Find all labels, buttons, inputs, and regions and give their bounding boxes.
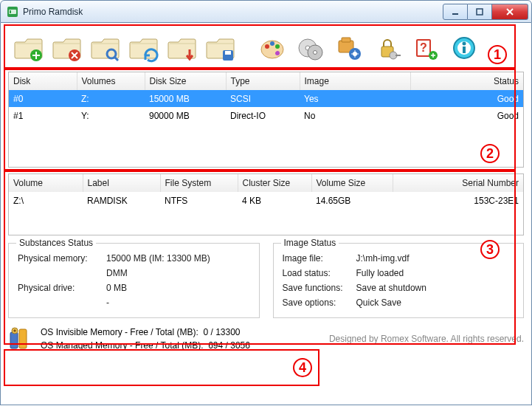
table-cell: 90000 MB xyxy=(145,107,226,124)
phys-drive-value: 0 MB xyxy=(106,283,127,293)
column-header[interactable]: Cluster Size xyxy=(238,174,311,192)
invisible-mem-label: OS Invisible Memory - Free / Total (MB): xyxy=(41,327,198,337)
column-header[interactable]: Disk xyxy=(9,72,77,90)
status-groups: Substances Status Physical memory:15000 … xyxy=(8,243,524,318)
table-cell: 15000 MB xyxy=(145,90,226,107)
table-cell: 4 KB xyxy=(238,192,311,209)
table-cell: NTFS xyxy=(160,192,238,209)
table-cell: Good xyxy=(410,90,523,107)
save-opt-label: Save options: xyxy=(283,297,356,308)
load-status-value: Fully loaded xyxy=(356,268,404,278)
about-button[interactable] xyxy=(449,33,479,63)
table-cell: Y: xyxy=(77,107,145,124)
table-cell: No xyxy=(300,107,410,124)
image-status-group: Image Status Image file:J:\mh-img.vdf Lo… xyxy=(273,243,525,318)
disc-button[interactable] xyxy=(296,33,325,63)
substances-status-group: Substances Status Physical memory:15000 … xyxy=(8,243,260,318)
svg-point-15 xyxy=(270,41,274,46)
table-cell: Yes xyxy=(300,90,410,107)
column-header[interactable]: Status xyxy=(410,72,523,90)
column-header[interactable]: Type xyxy=(226,72,300,90)
column-header[interactable]: Image xyxy=(300,72,410,90)
client-area: ? DiskVolumesDisk SizeTypeImageStatus #0… xyxy=(0,23,532,405)
save-disk-button[interactable] xyxy=(206,33,235,63)
save-opt-value: Quick Save xyxy=(356,297,401,308)
maximize-button[interactable] xyxy=(468,4,492,20)
table-cell: Good xyxy=(410,107,523,124)
svg-rect-2 xyxy=(10,10,11,13)
settings-button[interactable] xyxy=(334,33,364,63)
table-cell: #0 xyxy=(9,90,77,107)
column-header[interactable]: Label xyxy=(83,174,160,192)
phys-mem-extra: DMM xyxy=(106,268,128,278)
phys-mem-label: Physical memory: xyxy=(18,253,106,264)
table-cell: 153C-23E1 xyxy=(393,192,523,209)
svg-point-16 xyxy=(275,44,280,49)
window-buttons xyxy=(443,4,528,20)
refresh-disk-button[interactable] xyxy=(129,33,159,63)
memory-icon xyxy=(8,326,33,351)
minimize-button[interactable] xyxy=(443,4,468,20)
svg-rect-23 xyxy=(342,38,350,42)
column-header[interactable]: Volume xyxy=(9,174,83,192)
svg-text:?: ? xyxy=(420,41,427,54)
phys-drive-label: Physical drive: xyxy=(18,283,106,293)
search-disk-button[interactable] xyxy=(91,33,120,63)
security-button[interactable] xyxy=(373,33,402,63)
window-title: Primo Ramdisk xyxy=(23,7,83,17)
image-status-title: Image Status xyxy=(281,238,339,248)
svg-point-36 xyxy=(463,42,466,46)
volume-table: VolumeLabelFile SystemCluster SizeVolume… xyxy=(8,173,524,235)
title-bar: Primo Ramdisk xyxy=(0,0,532,23)
load-status-label: Load status: xyxy=(283,268,356,278)
table-cell: Direct-IO xyxy=(226,107,300,124)
substances-title: Substances Status xyxy=(16,238,96,248)
designed-by: Designed by Romex Software. All rights r… xyxy=(329,334,524,344)
svg-point-14 xyxy=(265,44,269,49)
save-fn-label: Save functions: xyxy=(283,283,356,293)
table-row[interactable]: #0Z:15000 MBSCSIYesGood xyxy=(9,90,523,107)
svg-point-21 xyxy=(314,51,317,55)
table-cell: Z:\ xyxy=(9,192,83,209)
delete-disk-button[interactable] xyxy=(52,33,82,63)
managed-mem-label: OS Managed Memory - Free / Total (MB): xyxy=(41,340,204,351)
new-disk-button[interactable] xyxy=(14,33,44,63)
table-cell: #1 xyxy=(9,107,77,124)
toolbar: ? xyxy=(8,27,524,69)
overlay-num-4: 4 xyxy=(293,358,312,377)
svg-rect-28 xyxy=(395,55,401,56)
svg-rect-38 xyxy=(19,329,27,348)
table-cell: SCSI xyxy=(226,90,300,107)
import-disk-button[interactable] xyxy=(167,33,197,63)
disk-table: DiskVolumesDisk SizeTypeImageStatus #0Z:… xyxy=(8,72,524,168)
table-row[interactable]: Z:\RAMDISKNTFS4 KB14.65GB153C-23E1 xyxy=(9,192,523,209)
column-header[interactable]: Volume Size xyxy=(311,174,393,192)
svg-rect-12 xyxy=(225,51,231,55)
svg-rect-37 xyxy=(10,332,18,348)
svg-point-25 xyxy=(353,52,357,56)
managed-mem-value: 694 / 3056 xyxy=(208,340,250,351)
table-cell: 14.65GB xyxy=(311,192,393,209)
image-file-value: J:\mh-img.vdf xyxy=(356,253,410,264)
column-header[interactable]: File System xyxy=(160,174,238,192)
phys-drive-extra: - xyxy=(106,297,109,308)
table-row[interactable]: #1Y:90000 MBDirect-IONoGood xyxy=(9,107,523,124)
phys-mem-value: 15000 MB (IM: 13300 MB) xyxy=(106,253,210,264)
image-file-label: Image file: xyxy=(283,253,356,264)
app-icon xyxy=(7,6,18,18)
column-header[interactable]: Volumes xyxy=(77,72,145,90)
help-button[interactable]: ? xyxy=(411,33,441,63)
column-header[interactable]: Serial Number xyxy=(393,174,523,192)
save-fn-value: Save at shutdown xyxy=(356,283,426,293)
close-button[interactable] xyxy=(492,4,528,20)
column-header[interactable]: Disk Size xyxy=(145,72,226,90)
table-cell: Z: xyxy=(77,90,145,107)
svg-rect-35 xyxy=(463,47,466,53)
svg-rect-4 xyxy=(477,9,483,15)
table-cell: RAMDISK xyxy=(83,192,160,209)
palette-button[interactable] xyxy=(258,33,287,63)
footer: OS Invisible Memory - Free / Total (MB):… xyxy=(8,326,524,352)
invisible-mem-value: 0 / 13300 xyxy=(204,327,241,337)
overlay-box-4 xyxy=(4,349,319,386)
